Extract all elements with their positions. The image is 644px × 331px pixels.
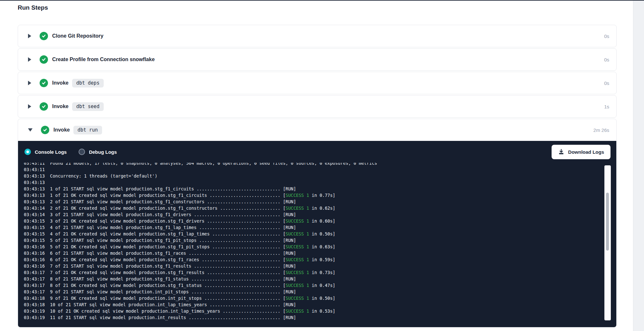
radio-selected-icon[interactable] [24, 149, 31, 155]
step-label: Invoke [52, 104, 69, 109]
console-log-output: 03:43:11 Found 21 models, 17 tests, 0 sn… [18, 163, 603, 325]
step-command-badge: dbt run [73, 126, 102, 134]
step-header-invoke-dbt-run[interactable]: Invoke dbt run 2m 26s [18, 119, 616, 141]
console-scrollbar-track[interactable] [604, 165, 611, 320]
step-header-create-profile[interactable]: Create Profile from Connection snowflake… [18, 49, 616, 70]
step-label: Invoke [53, 127, 70, 133]
step-command-badge: dbt deps [72, 79, 104, 87]
log-line: 03:43:13 2 of 21 START sql view model pr… [24, 198, 603, 205]
run-steps-panel: Run Steps Clone Git Repository 0s Create… [18, 4, 617, 328]
console-header: Console Logs Debug Logs Download Logs [18, 141, 616, 163]
log-line: 03:43:11 Found 21 models, 17 tests, 0 sn… [24, 163, 603, 166]
right-gutter [633, 1, 644, 331]
step-clone-git-repository: Clone Git Repository 0s [18, 25, 617, 47]
console-logs-label: Console Logs [35, 149, 67, 155]
step-duration: 1s [604, 104, 609, 109]
log-line: 03:43:17 7 of 21 OK created sql view mod… [24, 269, 603, 276]
step-label: Invoke [52, 80, 69, 86]
log-line: 03:43:19 11 of 21 START sql view model p… [24, 314, 603, 321]
log-line: 03:43:15 4 of 21 OK created sql view mod… [24, 231, 603, 237]
log-line: 03:43:15 5 of 21 START sql view model pr… [24, 237, 603, 244]
step-create-profile: Create Profile from Connection snowflake… [18, 48, 617, 71]
chevron-right-icon[interactable] [28, 57, 31, 62]
success-check-icon [40, 102, 48, 111]
log-line: 03:43:13 1 of 21 START sql view model pr… [24, 186, 603, 192]
log-line: 03:43:18 10 of 21 START sql view model p… [24, 301, 603, 308]
success-check-icon [40, 55, 48, 64]
log-line: 03:43:15 4 of 21 START sql view model pr… [24, 224, 603, 231]
log-line: 03:43:18 9 of 21 OK created sql view mod… [24, 295, 603, 301]
log-line: 03:43:13 [24, 179, 603, 186]
log-line: 03:43:16 6 of 21 START sql view model pr… [24, 250, 603, 256]
step-header-clone-git-repository[interactable]: Clone Git Repository 0s [18, 25, 616, 47]
download-logs-label: Download Logs [568, 149, 604, 155]
chevron-right-icon[interactable] [28, 81, 31, 85]
log-line: 03:43:16 6 of 21 OK created sql view mod… [24, 256, 603, 263]
radio-unselected-icon[interactable] [79, 149, 85, 155]
log-line: 03:43:14 3 of 21 START sql view model pr… [24, 211, 603, 218]
log-line: 03:43:16 5 of 21 OK created sql view mod… [24, 244, 603, 250]
steps-list: Clone Git Repository 0s Create Profile f… [18, 25, 617, 327]
log-line: 03:43:13 1 of 21 OK created sql view mod… [24, 192, 603, 198]
log-line: 03:43:17 9 of 21 START sql view model pr… [24, 289, 603, 295]
chevron-down-icon[interactable] [28, 128, 33, 132]
top-accent-line [0, 0, 644, 1]
debug-logs-radio[interactable]: Debug Logs [79, 149, 117, 155]
step-label: Create Profile from Connection snowflake [52, 57, 155, 62]
step-header-invoke-dbt-seed[interactable]: Invoke dbt seed 1s [18, 96, 616, 117]
success-check-icon [40, 32, 48, 40]
log-line: 03:43:14 2 of 21 OK created sql view mod… [24, 205, 603, 211]
step-command-badge: dbt seed [72, 102, 104, 111]
log-line: 03:43:17 8 of 21 START sql view model pr… [24, 276, 603, 282]
debug-logs-label: Debug Logs [89, 149, 117, 155]
download-logs-button[interactable]: Download Logs [552, 145, 611, 159]
step-header-invoke-dbt-deps[interactable]: Invoke dbt deps 0s [18, 72, 616, 94]
download-icon [558, 149, 564, 155]
step-duration: 0s [604, 57, 609, 62]
chevron-right-icon[interactable] [28, 34, 31, 38]
step-duration: 0s [604, 80, 609, 86]
success-check-icon [40, 79, 48, 87]
console-scrollbar-thumb[interactable] [606, 193, 609, 251]
step-duration: 0s [604, 33, 609, 39]
chevron-right-icon[interactable] [28, 104, 31, 109]
step-duration: 2m 26s [593, 127, 609, 133]
console-panel: Console Logs Debug Logs Download Logs [18, 141, 616, 327]
console-logs-radio[interactable]: Console Logs [24, 149, 67, 155]
step-label: Clone Git Repository [52, 33, 103, 39]
log-line: 03:43:17 8 of 21 OK created sql view mod… [24, 282, 603, 289]
step-invoke-dbt-deps: Invoke dbt deps 0s [18, 72, 617, 94]
page-title: Run Steps [18, 4, 617, 12]
log-line: 03:43:16 7 of 21 START sql view model pr… [24, 263, 603, 269]
log-line: 03:43:19 10 of 21 OK created sql view mo… [24, 308, 603, 314]
log-lines: 03:43:11 Found 21 models, 17 tests, 0 sn… [24, 163, 603, 321]
log-line: 03:43:11 [24, 166, 603, 173]
step-invoke-dbt-run: Invoke dbt run 2m 26s Console Logs Debug… [18, 119, 617, 327]
log-line: 03:43:15 3 of 21 OK created sql view mod… [24, 218, 603, 224]
success-check-icon [41, 126, 49, 134]
step-invoke-dbt-seed: Invoke dbt seed 1s [18, 95, 617, 118]
log-line: 03:43:13 Concurrency: 1 threads (target=… [24, 173, 603, 179]
